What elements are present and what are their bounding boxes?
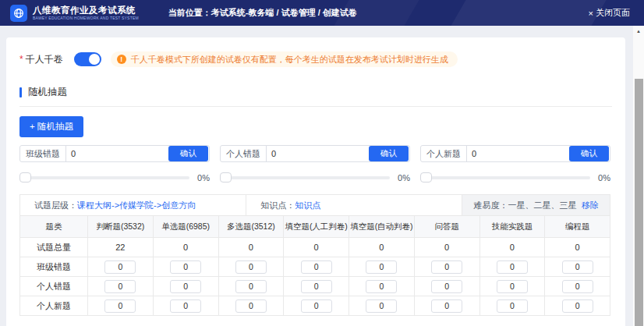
count-input[interactable] xyxy=(235,299,267,313)
total-cell: 22 xyxy=(88,238,154,257)
quota-group-personal-new: 个人新题 确认 0% xyxy=(420,145,610,183)
personal-new-input-group: 个人新题 确认 xyxy=(420,145,610,162)
table-cell xyxy=(284,257,349,277)
vertical-scrollbar[interactable]: ▲ xyxy=(633,26,644,326)
remove-link[interactable]: 移除 xyxy=(582,200,599,211)
count-input[interactable] xyxy=(366,260,397,274)
personal-wrong-slider[interactable] xyxy=(220,176,390,179)
count-input[interactable] xyxy=(170,260,201,274)
personal-wrong-input-group: 个人错题 确认 xyxy=(220,145,410,162)
total-cell: 0 xyxy=(284,238,349,257)
paper-mode-toggle[interactable] xyxy=(74,52,101,66)
table-cell xyxy=(218,257,284,277)
count-input[interactable] xyxy=(497,260,528,274)
class-wrong-row: 班级错题 xyxy=(20,257,610,277)
personal-new-slider[interactable] xyxy=(420,176,590,179)
scrollbar-thumb[interactable] xyxy=(635,79,643,326)
toggle-knob xyxy=(89,54,100,65)
personal-new-confirm-button[interactable]: 确认 xyxy=(569,146,609,161)
personal-wrong-row: 个人错题 xyxy=(20,277,610,296)
count-input[interactable] xyxy=(562,299,593,313)
col-header-programming: 编程题 xyxy=(545,216,610,238)
total-cell: 0 xyxy=(545,238,610,257)
table-cell xyxy=(479,296,545,316)
table-cell xyxy=(414,296,479,316)
count-input[interactable] xyxy=(301,260,332,274)
col-header-qa: 问答题 xyxy=(414,216,479,238)
count-input[interactable] xyxy=(170,280,201,293)
question-level-link[interactable]: 课程大纲->传媒学院->创意方向 xyxy=(77,200,196,211)
class-wrong-slider-handle[interactable] xyxy=(19,172,31,182)
table-cell xyxy=(349,257,415,277)
table-cell xyxy=(88,257,154,277)
col-header-judge: 判断题(3532) xyxy=(88,216,154,238)
count-input[interactable] xyxy=(366,280,397,293)
table-cell xyxy=(153,257,218,277)
col-header-multi: 多选题(3512) xyxy=(218,216,284,238)
personal-wrong-slider-handle[interactable] xyxy=(220,172,232,182)
class-wrong-label: 班级错题 xyxy=(20,146,66,161)
class-wrong-percent: 0% xyxy=(197,173,210,182)
table-info-row: 试题层级： 课程大纲->传媒学院->创意方向 知识点： 知识点 难易度：一星、二… xyxy=(19,194,610,215)
personal-wrong-slider-row: 0% xyxy=(220,172,410,183)
app-title: 八维教育作业及考试系统 xyxy=(33,5,139,16)
app-header: 八维教育作业及考试系统 BAWEY EDUCATION HOMEWORK AND… xyxy=(0,0,644,26)
count-input[interactable] xyxy=(431,299,462,313)
main-panel: * 千人千卷 ! 千人千卷模式下所创建的试卷仅有配置，每个考生的试题在发布考试计… xyxy=(6,37,625,326)
class-wrong-confirm-button[interactable]: 确认 xyxy=(168,146,208,161)
table-header-row: 题类 判断题(3532) 单选题(6985) 多选题(3512) 填空题(人工判… xyxy=(20,216,610,238)
total-row: 试题总量 22 0 0 0 0 0 0 0 xyxy=(20,238,610,257)
class-wrong-row-label: 班级错题 xyxy=(20,257,88,277)
total-row-label: 试题总量 xyxy=(20,238,88,257)
count-input[interactable] xyxy=(562,260,593,274)
breadcrumb: 当前位置：考试系统-教务端 / 试卷管理 / 创建试卷 xyxy=(168,7,357,19)
count-input[interactable] xyxy=(431,280,462,293)
warning-icon: ! xyxy=(117,55,126,64)
personal-wrong-label: 个人错题 xyxy=(221,146,267,161)
class-wrong-slider[interactable] xyxy=(19,176,189,179)
class-wrong-input[interactable] xyxy=(66,149,168,158)
total-cell: 0 xyxy=(479,238,545,257)
table-cell xyxy=(284,296,349,316)
col-header-blank-manual: 填空题(人工判卷) xyxy=(284,216,349,238)
personal-new-slider-row: 0% xyxy=(420,172,610,183)
col-header-single: 单选题(6985) xyxy=(153,216,218,238)
personal-new-row-label: 个人新题 xyxy=(20,296,88,316)
count-input[interactable] xyxy=(104,280,136,293)
personal-new-input[interactable] xyxy=(467,149,569,158)
count-input[interactable] xyxy=(562,280,593,293)
personal-wrong-confirm-button[interactable]: 确认 xyxy=(369,146,409,161)
total-cell: 0 xyxy=(349,238,415,257)
close-page-label: 关闭页面 xyxy=(596,7,630,19)
count-input[interactable] xyxy=(497,280,528,293)
count-input[interactable] xyxy=(104,299,136,313)
breadcrumb-label: 当前位置： xyxy=(168,8,211,17)
table-cell xyxy=(153,277,218,296)
quota-groups-row: 班级错题 确认 0% 个人错题 确认 0% xyxy=(19,145,610,183)
difficulty-text: 难易度：一星、二星、三星 xyxy=(473,200,576,211)
question-table: 试题层级： 课程大纲->传媒学院->创意方向 知识点： 知识点 难易度：一星、二… xyxy=(19,194,610,316)
personal-new-slider-handle[interactable] xyxy=(420,172,432,182)
breadcrumb-path: 考试系统-教务端 / 试卷管理 / 创建试卷 xyxy=(211,8,357,17)
count-input[interactable] xyxy=(431,260,462,274)
total-cell: 0 xyxy=(153,238,218,257)
count-input[interactable] xyxy=(497,299,528,313)
count-input[interactable] xyxy=(235,280,267,293)
scroll-up-arrow-icon[interactable]: ▲ xyxy=(633,26,644,37)
count-input[interactable] xyxy=(235,260,267,274)
add-random-question-button[interactable]: + 随机抽题 xyxy=(19,116,83,137)
personal-wrong-input[interactable] xyxy=(267,149,369,158)
count-input[interactable] xyxy=(301,280,332,293)
count-input[interactable] xyxy=(301,299,332,313)
count-input[interactable] xyxy=(104,260,136,274)
table-cell xyxy=(545,257,610,277)
count-input[interactable] xyxy=(170,299,201,313)
personal-new-percent: 0% xyxy=(598,173,610,182)
col-header-blank-auto: 填空题(自动判卷) xyxy=(349,216,415,238)
count-input[interactable] xyxy=(366,299,397,313)
knowledge-point-link[interactable]: 知识点 xyxy=(295,200,320,211)
close-page-button[interactable]: × 关闭页面 xyxy=(589,7,644,19)
table-cell xyxy=(284,277,349,296)
total-cell: 0 xyxy=(218,238,284,257)
table-cell xyxy=(545,296,610,316)
